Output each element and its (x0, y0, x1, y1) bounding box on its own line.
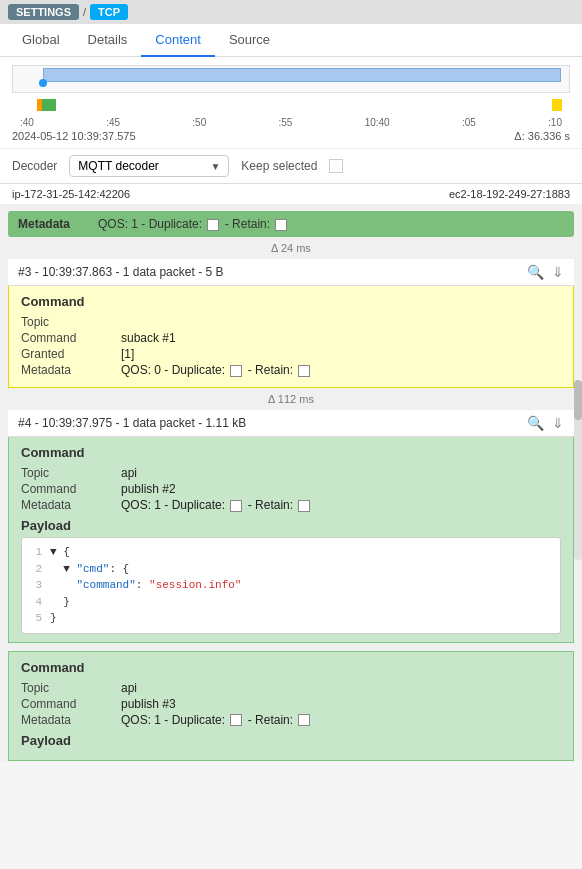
timeline-meta: 2024-05-12 10:39:37.575 Δ: 36.336 s (12, 128, 570, 144)
scrollbar-thumb[interactable] (574, 380, 582, 420)
decoder-selected-value: MQTT decoder (78, 159, 204, 173)
tab-bar: Global Details Content Source (0, 24, 582, 57)
p4-dup-cb[interactable] (230, 500, 242, 512)
packet-4-cmd2-title: Command (21, 660, 561, 675)
packet-3-field-metadata: Metadata QOS: 0 - Duplicate: - Retain: (21, 363, 561, 377)
dest-ip: ec2-18-192-249-27:1883 (449, 188, 570, 200)
packet-3-field-topic: Topic (21, 315, 561, 329)
tab-content[interactable]: Content (141, 24, 215, 57)
search-icon-2[interactable]: 🔍 (527, 415, 544, 431)
timeline-right-indicator (552, 99, 562, 111)
timeline-ticks: :40 :45 :50 :55 10:40 :05 :10 (12, 117, 570, 128)
packet-3-icons: 🔍 ⇓ (527, 264, 564, 280)
payload-title: Payload (21, 518, 561, 533)
timeline-sub-bar (12, 97, 570, 115)
decoder-bar: Decoder MQTT decoder ▼ Keep selected (0, 149, 582, 184)
packet-3-field-granted: Granted [1] (21, 347, 561, 361)
packet-3-title: #3 - 10:39:37.863 - 1 data packet - 5 B (18, 265, 223, 279)
keep-selected-checkbox[interactable] (329, 159, 343, 173)
decoder-select[interactable]: MQTT decoder ▼ (69, 155, 229, 177)
code-line-2: 2 ▼ "cmd": { (30, 561, 552, 578)
retain-checkbox[interactable] (275, 219, 287, 231)
delta-1: Δ 24 ms (0, 237, 582, 259)
packet-4-cmd-title: Command (21, 445, 561, 460)
packet-4-topic-2: Topic api (21, 681, 561, 695)
tab-global[interactable]: Global (8, 24, 74, 57)
code-line-5: 5 } (30, 610, 552, 627)
delta-2: Δ 112 ms (0, 388, 582, 410)
code-block: 1 ▼ { 2 ▼ "cmd": { 3 "command": "session… (21, 537, 561, 634)
ip-row: ip-172-31-25-142:42206 ec2-18-192-249-27… (0, 184, 582, 205)
packet-3-section-title: Command (21, 294, 561, 309)
payload-section: Payload 1 ▼ { 2 ▼ "cmd": { 3 "command": … (21, 518, 561, 634)
packet-4-title: #4 - 10:39:37.975 - 1 data packet - 1.11… (18, 416, 246, 430)
content-area[interactable]: Metadata QOS: 1 - Duplicate: - Retain: Δ… (0, 205, 582, 761)
timeline-blue-bar (43, 68, 561, 82)
search-icon[interactable]: 🔍 (527, 264, 544, 280)
packet-4-command-2: Command publish #3 (21, 697, 561, 711)
packet-3-field-command: Command suback #1 (21, 331, 561, 345)
tab-source[interactable]: Source (215, 24, 284, 57)
p3-ret-cb[interactable] (298, 365, 310, 377)
packet-4-metadata-2: Metadata QOS: 1 - Duplicate: - Retain: (21, 713, 561, 727)
decoder-label: Decoder (12, 159, 57, 173)
p4-ret-cb-2[interactable] (298, 714, 310, 726)
p4-dup-cb-2[interactable] (230, 714, 242, 726)
packet-3-header: #3 - 10:39:37.863 - 1 data packet - 5 B … (8, 259, 574, 286)
timeline-green-block (42, 99, 56, 111)
timeline-start-time: 2024-05-12 10:39:37.575 (12, 130, 136, 142)
packet-4-body-2: Command Topic api Command publish #3 Met… (8, 651, 574, 761)
payload-title-2: Payload (21, 733, 561, 748)
packet-4-topic: Topic api (21, 466, 561, 480)
breadcrumb-settings[interactable]: SETTINGS (8, 4, 79, 20)
breadcrumb-sep: / (83, 6, 86, 18)
download-icon-2[interactable]: ⇓ (552, 415, 564, 431)
metadata-label: Metadata (18, 217, 98, 231)
timeline-container: :40 :45 :50 :55 10:40 :05 :10 2024-05-12… (0, 57, 582, 149)
breadcrumb: SETTINGS / TCP (0, 0, 582, 24)
code-line-1: 1 ▼ { (30, 544, 552, 561)
tab-details[interactable]: Details (74, 24, 142, 57)
p3-dup-cb[interactable] (230, 365, 242, 377)
packet-4-command: Command publish #2 (21, 482, 561, 496)
packet-4-icons: 🔍 ⇓ (527, 415, 564, 431)
code-line-4: 4 } (30, 594, 552, 611)
download-icon[interactable]: ⇓ (552, 264, 564, 280)
metadata-value: QOS: 1 - Duplicate: - Retain: (98, 217, 289, 231)
metadata-row: Metadata QOS: 1 - Duplicate: - Retain: (8, 211, 574, 237)
source-ip: ip-172-31-25-142:42206 (12, 188, 130, 200)
p4-ret-cb[interactable] (298, 500, 310, 512)
timeline-dot (39, 79, 47, 87)
packet-4-metadata: Metadata QOS: 1 - Duplicate: - Retain: (21, 498, 561, 512)
packet-4-header: #4 - 10:39:37.975 - 1 data packet - 1.11… (8, 410, 574, 437)
keep-selected-label: Keep selected (241, 159, 317, 173)
packet-3-body: Command Topic Command suback #1 Granted … (8, 286, 574, 388)
timeline-delta: Δ: 36.336 s (514, 130, 570, 142)
breadcrumb-tcp[interactable]: TCP (90, 4, 128, 20)
chevron-down-icon: ▼ (210, 161, 220, 172)
packet-4-body: Command Topic api Command publish #2 Met… (8, 437, 574, 643)
payload-section-2: Payload (21, 733, 561, 748)
duplicate-checkbox[interactable] (207, 219, 219, 231)
timeline-bar[interactable] (12, 65, 570, 93)
scrollbar[interactable] (574, 380, 582, 560)
code-line-3: 3 "command": "session.info" (30, 577, 552, 594)
